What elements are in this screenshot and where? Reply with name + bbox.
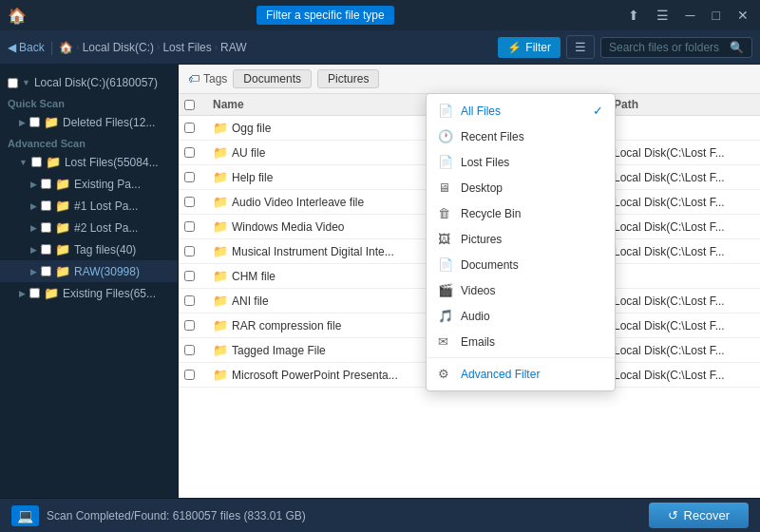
existing2-checkbox[interactable] (29, 288, 40, 298)
deleted-folder-icon: 📁 (44, 115, 59, 129)
filter-dropdown: 📄 All Files ✓ 🕐 Recent Files 📄 Lost File… (426, 93, 616, 391)
expand-arrow-icon: ▶ (19, 118, 26, 127)
lost-folder-icon: 📁 (46, 155, 61, 169)
sidebar-item-existing1[interactable]: ▶ 📁 Existing Pa... (0, 173, 178, 195)
filter-icon: ⚡ (507, 41, 522, 54)
item-icon-recycle-bin: 🗑 (438, 206, 453, 220)
filter-tooltip: Filter a specific file type (256, 9, 394, 22)
dropdown-overlay: 📄 All Files ✓ 🕐 Recent Files 📄 Lost File… (179, 65, 760, 498)
deleted-checkbox[interactable] (29, 117, 40, 127)
search-icon: 🔍 (730, 41, 744, 54)
item-icon-recent-files: 🕐 (438, 129, 453, 143)
advanced-scan-header: Advanced Scan (0, 133, 178, 151)
sidebar-item-deleted[interactable]: ▶ 📁 Deleted Files(12... (0, 111, 178, 133)
raw-checkbox[interactable] (41, 266, 51, 276)
breadcrumb-localdisk[interactable]: Local Disk(C:) (83, 41, 154, 54)
window-icon: 🏠 (8, 7, 27, 25)
close-btn[interactable]: ✕ (733, 6, 752, 25)
item-icon-emails: ✉ (438, 334, 453, 349)
view-menu-button[interactable]: ☰ (566, 35, 595, 59)
status-icon: 💻 (11, 505, 39, 526)
nav-bar: ◀ Back | 🏠 › Local Disk(C:) › Lost Files… (0, 30, 760, 65)
nav-separator: | (50, 40, 54, 55)
recover-button[interactable]: ↺ Recover (649, 503, 749, 528)
item-icon-lost-files: 📄 (438, 155, 453, 169)
search-input[interactable] (609, 41, 725, 54)
item-icon-videos: 🎬 (438, 283, 453, 297)
existing2-icon: 📁 (44, 286, 59, 300)
check-icon: ✓ (593, 104, 603, 118)
filter-button[interactable]: ⚡ Filter (498, 37, 560, 58)
sidebar-item-raw[interactable]: ▶ 📁 RAW(30998) (0, 260, 178, 282)
lostpa1-checkbox[interactable] (41, 200, 51, 211)
status-left: 💻 Scan Completed/Found: 6180057 files (8… (11, 505, 306, 526)
item-icon-desktop: 🖥 (438, 180, 453, 195)
search-box[interactable]: 🔍 (600, 37, 752, 58)
quick-scan-header: Quick Scan (0, 93, 178, 111)
lost-checkbox[interactable] (31, 157, 42, 167)
raw-icon: 📁 (55, 264, 70, 278)
sidebar-item-lost[interactable]: ▼ 📁 Lost Files(55084... (0, 151, 178, 173)
title-bar-left: 🏠 (8, 7, 27, 25)
maximize-btn[interactable]: □ (709, 6, 724, 25)
file-area: 🏷 Tags Documents Pictures Name Size ▼ Da… (179, 65, 760, 498)
status-text: Scan Completed/Found: 6180057 files (833… (47, 509, 306, 522)
dropdown-item-desktop[interactable]: 🖥 Desktop (427, 175, 615, 200)
back-button[interactable]: ◀ Back (8, 41, 45, 54)
status-bar: 💻 Scan Completed/Found: 6180057 files (8… (0, 498, 760, 532)
lostpa2-icon: 📁 (55, 220, 70, 235)
breadcrumb-raw[interactable]: RAW (220, 41, 247, 54)
sidebar-item-tagfiles[interactable]: ▶ 📁 Tag files(40) (0, 238, 178, 260)
item-icon-advanced: ⚙ (438, 367, 453, 381)
hamburger-btn[interactable]: ☰ (653, 6, 673, 25)
existing1-icon: 📁 (55, 177, 70, 191)
dropdown-item-all-files[interactable]: 📄 All Files ✓ (427, 98, 615, 124)
localdisk-checkbox[interactable] (8, 78, 18, 88)
dropdown-item-lost-files[interactable]: 📄 Lost Files (427, 149, 615, 175)
item-icon-all-files: 📄 (438, 104, 453, 118)
dropdown-item-advanced[interactable]: ⚙ Advanced Filter (427, 361, 615, 387)
main-area: ▼ Local Disk(C:)(6180057) Quick Scan ▶ 📁… (0, 65, 760, 498)
sidebar: ▼ Local Disk(C:)(6180057) Quick Scan ▶ 📁… (0, 65, 179, 498)
breadcrumb: 🏠 › Local Disk(C:) › Lost Files › RAW (59, 41, 492, 54)
dropdown-item-pictures[interactable]: 🖼 Pictures (427, 226, 615, 252)
dropdown-item-recycle-bin[interactable]: 🗑 Recycle Bin (427, 200, 615, 226)
home-crumb-icon[interactable]: 🏠 (59, 41, 73, 54)
lost-label: Lost Files(55084... (65, 156, 159, 169)
minimize-btn[interactable]: ─ (682, 6, 699, 25)
title-bar-right: ⬆ ☰ ─ □ ✕ (624, 6, 752, 25)
expand-arrow-icon: ▼ (22, 78, 30, 87)
dropdown-item-recent-files[interactable]: 🕐 Recent Files (427, 124, 615, 149)
item-icon-audio: 🎵 (438, 309, 453, 323)
nav-right: ⚡ Filter ☰ 🔍 (498, 35, 752, 59)
dropdown-item-emails[interactable]: ✉ Emails (427, 329, 615, 354)
lostpa2-checkbox[interactable] (41, 222, 51, 233)
dropdown-item-documents[interactable]: 📄 Documents (427, 252, 615, 277)
sidebar-item-localdisk[interactable]: ▼ Local Disk(C:)(6180057) (0, 72, 178, 93)
tagfiles-icon: 📁 (55, 242, 70, 256)
dropdown-item-audio[interactable]: 🎵 Audio (427, 303, 615, 329)
deleted-label: Deleted Files(12... (63, 116, 155, 129)
tagfiles-checkbox[interactable] (41, 244, 51, 255)
sidebar-item-lostpa2[interactable]: ▶ 📁 #2 Lost Pa... (0, 217, 178, 238)
localdisk-label: Local Disk(C:)(6180057) (34, 76, 158, 89)
existing1-checkbox[interactable] (41, 179, 51, 189)
item-icon-pictures: 🖼 (438, 232, 453, 246)
sidebar-item-existing2[interactable]: ▶ 📁 Existing Files(65... (0, 282, 178, 304)
back-arrow-icon: ◀ (8, 41, 16, 54)
lostpa1-icon: 📁 (55, 199, 70, 213)
recover-icon: ↺ (668, 508, 678, 522)
upload-btn[interactable]: ⬆ (624, 6, 643, 25)
dropdown-item-videos[interactable]: 🎬 Videos (427, 277, 615, 303)
item-icon-documents: 📄 (438, 257, 453, 272)
breadcrumb-lostfiles[interactable]: Lost Files (162, 41, 211, 54)
sidebar-item-lostpa1[interactable]: ▶ 📁 #1 Lost Pa... (0, 195, 178, 217)
title-bar: 🏠 Filter a specific file type ⬆ ☰ ─ □ ✕ (0, 0, 760, 30)
expand-arrow-icon2: ▼ (19, 158, 28, 167)
